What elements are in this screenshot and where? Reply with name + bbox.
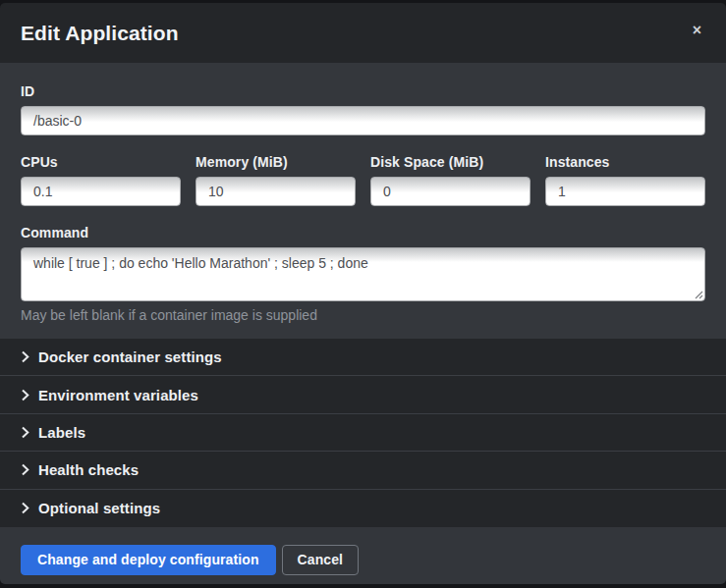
- memory-label: Memory (MiB): [195, 154, 356, 170]
- instances-input[interactable]: [545, 177, 705, 206]
- section-labels[interactable]: Labels: [0, 414, 726, 452]
- section-label: Environment variables: [38, 387, 198, 403]
- section-environment-variables[interactable]: Environment variables: [0, 376, 726, 413]
- command-label: Command: [21, 225, 705, 241]
- page-title: Edit Application: [21, 22, 179, 45]
- disk-field-group: Disk Space (MiB): [370, 154, 531, 206]
- disk-input[interactable]: [370, 177, 531, 206]
- section-label: Optional settings: [38, 500, 160, 516]
- memory-input[interactable]: [195, 177, 356, 206]
- chevron-right-icon: [21, 389, 34, 401]
- command-textarea[interactable]: while [ true ] ; do echo 'Hello Marathon…: [21, 247, 705, 301]
- command-help-text: May be left blank if a container image i…: [21, 307, 705, 323]
- collapsible-sections: Docker container settings Environment va…: [0, 339, 726, 527]
- section-label: Labels: [38, 424, 85, 441]
- id-field-group: ID: [21, 83, 705, 135]
- chevron-right-icon: [21, 463, 34, 476]
- section-label: Docker container settings: [38, 348, 222, 365]
- resources-row: CPUs Memory (MiB) Disk Space (MiB) Insta…: [21, 154, 705, 206]
- cpus-field-group: CPUs: [21, 154, 181, 206]
- memory-field-group: Memory (MiB): [195, 154, 356, 206]
- edit-application-modal: Edit Application × ID CPUs Memory (MiB) …: [0, 3, 726, 584]
- modal-header: Edit Application ×: [0, 3, 726, 63]
- chevron-right-icon: [21, 350, 34, 363]
- disk-label: Disk Space (MiB): [370, 154, 531, 170]
- cancel-button[interactable]: Cancel: [282, 545, 360, 575]
- section-label: Health checks: [38, 461, 139, 478]
- modal-footer: Change and deploy configuration Cancel: [0, 527, 726, 584]
- close-icon[interactable]: ×: [689, 19, 705, 42]
- resize-handle-icon[interactable]: [694, 290, 703, 299]
- instances-label: Instances: [545, 154, 705, 170]
- change-and-deploy-button[interactable]: Change and deploy configuration: [21, 545, 276, 575]
- id-input[interactable]: [21, 106, 705, 135]
- section-health-checks[interactable]: Health checks: [0, 452, 726, 489]
- chevron-right-icon: [21, 426, 34, 439]
- id-label: ID: [21, 83, 705, 99]
- section-docker-container-settings[interactable]: Docker container settings: [0, 339, 726, 376]
- section-optional-settings[interactable]: Optional settings: [0, 490, 726, 527]
- instances-field-group: Instances: [545, 154, 705, 206]
- cpus-label: CPUs: [21, 154, 181, 170]
- cpus-input[interactable]: [21, 177, 181, 206]
- chevron-right-icon: [21, 502, 34, 514]
- command-field-group: Command while [ true ] ; do echo 'Hello …: [21, 225, 705, 323]
- form-section: ID CPUs Memory (MiB) Disk Space (MiB) In…: [0, 63, 726, 339]
